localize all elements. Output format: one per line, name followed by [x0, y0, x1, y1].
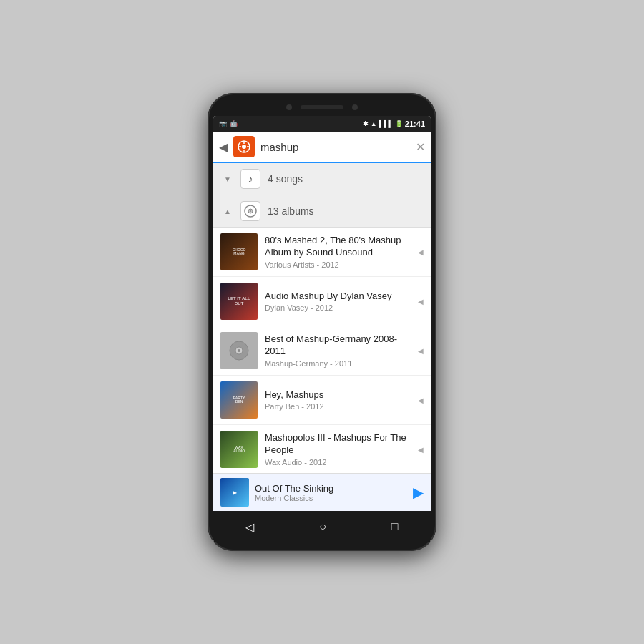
album-item-4[interactable]: PARTYBEN Hey, Mashups Party Ben - 2012 ◀: [213, 376, 431, 425]
album-thumb-text-4: PARTYBEN: [233, 396, 245, 404]
album-title-1: 80's Mashed 2, The 80's Mashup Album by …: [265, 235, 411, 259]
album-arrow-1: ◀: [418, 248, 424, 256]
album-item-2[interactable]: LET IT ALLOUT Audio Mashup By Dylan Vase…: [213, 277, 431, 326]
now-playing-title: Out Of The Sinking: [255, 483, 407, 494]
album-title-5: Mashopolos III - Mashups For The People: [265, 432, 411, 457]
status-bar: 📷 🤖 ✱ ▲ ▌▌▌ 🔋 21:41: [213, 116, 431, 132]
android-icon: 🤖: [230, 120, 238, 127]
clock: 21:41: [405, 119, 425, 128]
app-logo-icon: [238, 140, 250, 153]
albums-section-icon: [240, 201, 260, 221]
camera-icon: 📷: [219, 120, 227, 127]
battery-icon: 🔋: [395, 120, 403, 127]
album-thumb-3: [220, 332, 258, 369]
album-info-4: Hey, Mashups Party Ben - 2012: [265, 389, 411, 411]
albums-toggle-icon[interactable]: ▲: [222, 205, 233, 217]
album-title-3: Best of Mashup-Germany 2008-2011: [265, 333, 411, 358]
bluetooth-icon: ✱: [363, 120, 369, 127]
album-meta-4: Party Ben - 2012: [265, 402, 411, 411]
album-arrow-4: ◀: [418, 396, 424, 404]
recent-nav-button[interactable]: □: [377, 514, 413, 539]
albums-section-label: 13 albums: [268, 205, 314, 217]
now-playing-info: Out Of The Sinking Modern Classics: [255, 483, 407, 502]
songs-section-icon: ♪: [240, 169, 260, 189]
scroll-content[interactable]: ▼ ♪ 4 songs ▲ 13 albums CH: [213, 163, 431, 473]
album-meta-1: Various Artists - 2012: [265, 260, 411, 269]
phone-frame: 📷 🤖 ✱ ▲ ▌▌▌ 🔋 21:41 ◀: [208, 93, 436, 551]
svg-point-1: [242, 145, 246, 149]
disc-cover-icon: [228, 340, 250, 361]
play-button[interactable]: ▶: [413, 484, 424, 501]
now-playing-thumb: ▶: [220, 478, 249, 507]
album-thumb-text-5: WAXAUDIO: [233, 446, 245, 454]
album-arrow-5: ◀: [418, 446, 424, 454]
songs-toggle-icon[interactable]: ▼: [222, 173, 233, 185]
album-thumb-text-2: LET IT ALLOUT: [228, 296, 250, 306]
album-thumb-1: CHOCOMANG: [220, 233, 258, 270]
album-item-3[interactable]: Best of Mashup-Germany 2008-2011 Mashup-…: [213, 326, 431, 376]
songs-section-label: 4 songs: [268, 173, 303, 185]
home-nav-button[interactable]: ○: [305, 514, 341, 539]
search-bar: ◀ ✕: [213, 132, 431, 163]
back-icon[interactable]: ◀: [219, 140, 228, 154]
albums-section-header[interactable]: ▲ 13 albums: [213, 195, 431, 228]
album-arrow-2: ◀: [418, 298, 424, 306]
album-thumb-2: LET IT ALLOUT: [220, 283, 258, 320]
album-item-5[interactable]: WAXAUDIO Mashopolos III - Mashups For Th…: [213, 425, 431, 473]
signal-icon: ▌▌▌: [379, 120, 393, 127]
camera: [286, 104, 292, 110]
album-info-5: Mashopolos III - Mashups For The People …: [265, 432, 411, 467]
sensor: [352, 104, 358, 110]
disc-icon: [244, 205, 257, 218]
wifi-icon: ▲: [371, 120, 377, 127]
album-meta-3: Mashup-Germany - 2011: [265, 359, 411, 368]
album-title-4: Hey, Mashups: [265, 389, 411, 401]
app-icon: [233, 136, 255, 157]
album-meta-2: Dylan Vasey - 2012: [265, 303, 411, 312]
status-left: 📷 🤖: [219, 120, 238, 127]
clear-search-icon[interactable]: ✕: [416, 140, 425, 154]
bottom-navigation: ◁ ○ □: [213, 511, 431, 542]
album-info-1: 80's Mashed 2, The 80's Mashup Album by …: [265, 235, 411, 269]
now-playing-subtitle: Modern Classics: [255, 494, 407, 502]
album-item-1[interactable]: CHOCOMANG 80's Mashed 2, The 80's Mashup…: [213, 228, 431, 277]
songs-section-header[interactable]: ▼ ♪ 4 songs: [213, 163, 431, 195]
svg-point-11: [238, 349, 240, 352]
album-info-3: Best of Mashup-Germany 2008-2011 Mashup-…: [265, 333, 411, 368]
album-thumb-5: WAXAUDIO: [220, 431, 258, 468]
album-arrow-3: ◀: [418, 347, 424, 355]
album-title-2: Audio Mashup By Dylan Vasey: [265, 291, 411, 303]
album-meta-5: Wax Audio - 2012: [265, 458, 411, 467]
search-input[interactable]: [260, 141, 410, 153]
phone-top: [213, 102, 431, 116]
status-right: ✱ ▲ ▌▌▌ 🔋 21:41: [363, 119, 425, 128]
now-playing-bar[interactable]: ▶ Out Of The Sinking Modern Classics ▶: [213, 473, 431, 511]
album-thumb-4: PARTYBEN: [220, 381, 258, 419]
back-nav-button[interactable]: ◁: [231, 514, 268, 540]
phone-screen: 📷 🤖 ✱ ▲ ▌▌▌ 🔋 21:41 ◀: [213, 116, 431, 542]
speaker: [301, 105, 343, 109]
album-info-2: Audio Mashup By Dylan Vasey Dylan Vasey …: [265, 291, 411, 313]
svg-point-8: [250, 210, 251, 212]
np-thumb-label: ▶: [233, 489, 237, 496]
album-thumb-text-1: CHOCOMANG: [233, 248, 246, 256]
